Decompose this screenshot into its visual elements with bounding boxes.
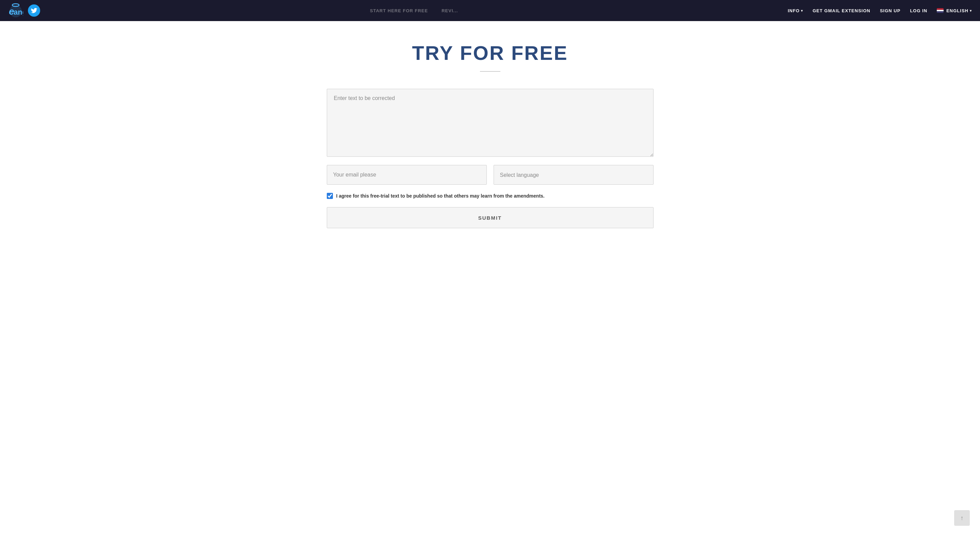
title-divider: [480, 71, 500, 72]
nav-reviews-link[interactable]: REVI...: [441, 8, 458, 13]
gmail-ext-nav-link[interactable]: GET GMAIL EXTENSION: [813, 8, 870, 13]
textarea-wrapper: [327, 89, 654, 158]
us-flag-icon: [937, 8, 943, 13]
scroll-to-top-button[interactable]: ↑: [954, 510, 970, 526]
scroll-top-icon: ↑: [961, 515, 964, 522]
nav-right: INFO ▾ GET GMAIL EXTENSION SIGN UP LOG I…: [788, 8, 972, 13]
checkbox-row: I agree for this free-trial text to be p…: [327, 192, 654, 200]
logo[interactable]: e angel: [8, 3, 23, 18]
form-container: Select language English German French Sp…: [327, 89, 654, 228]
nav-start-link[interactable]: START HERE FOR FREE: [370, 8, 428, 13]
email-input[interactable]: [327, 165, 487, 185]
info-chevron-icon: ▾: [801, 9, 803, 13]
language-select[interactable]: Select language English German French Sp…: [493, 165, 654, 185]
lang-chevron-icon: ▾: [970, 9, 972, 13]
inputs-row: Select language English German French Sp…: [327, 165, 654, 185]
text-correction-input[interactable]: [327, 89, 654, 157]
signup-nav-link[interactable]: SIGN UP: [880, 8, 900, 13]
language-nav-link[interactable]: ENGLISH ▾: [937, 8, 972, 13]
navigation: e angel START HERE FOR FREE REVI... INFO…: [0, 0, 980, 21]
nav-left: e angel: [8, 3, 40, 18]
logo-icon: e angel: [8, 3, 23, 18]
page-title: TRY FOR FREE: [412, 41, 568, 64]
svg-text:angel: angel: [14, 8, 23, 16]
info-nav-link[interactable]: INFO ▾: [788, 8, 803, 13]
submit-button[interactable]: SUBMIT: [327, 207, 654, 228]
checkbox-label: I agree for this free-trial text to be p…: [336, 193, 545, 198]
nav-center: START HERE FOR FREE REVI...: [40, 8, 788, 13]
main-content: TRY FOR FREE Select language English Ger…: [0, 21, 980, 255]
agree-checkbox[interactable]: [327, 193, 333, 199]
login-nav-link[interactable]: LOG IN: [910, 8, 927, 13]
twitter-icon[interactable]: [28, 5, 40, 17]
